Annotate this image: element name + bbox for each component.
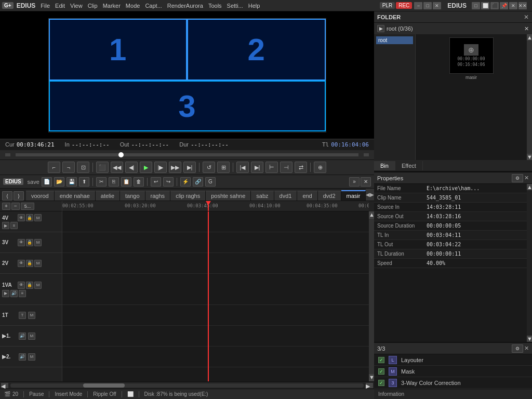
scrub-bar[interactable] bbox=[16, 153, 358, 156]
track-4v-eye[interactable]: 👁 bbox=[18, 214, 25, 221]
group-btn[interactable]: G bbox=[205, 177, 216, 187]
prev-frame-button[interactable]: ◀| bbox=[125, 162, 138, 173]
media-tab-effect[interactable]: Effect bbox=[395, 161, 423, 170]
menu-edit[interactable]: Edit bbox=[55, 3, 65, 9]
media-tree-expand[interactable]: ▶ bbox=[377, 25, 384, 32]
second-close2[interactable]: ✕✕ bbox=[518, 2, 527, 9]
paste-btn[interactable]: 📋 bbox=[121, 177, 131, 187]
tab-voorod[interactable]: voorod bbox=[26, 191, 55, 201]
out-button[interactable]: ▶| bbox=[251, 162, 263, 173]
track-4v-vol[interactable]: ≡ bbox=[10, 222, 18, 229]
track-a1-mute[interactable]: M bbox=[28, 332, 35, 340]
menu-settings[interactable]: Setti... bbox=[227, 3, 243, 9]
sync-button[interactable]: ⊕ bbox=[314, 162, 326, 173]
tab-dvd1[interactable]: dvd1 bbox=[274, 191, 298, 201]
scrub-right-btn[interactable] bbox=[364, 153, 369, 156]
media-panel-close[interactable]: ✕ bbox=[524, 14, 529, 21]
timeline-close-btn[interactable]: ✕ bbox=[361, 177, 371, 187]
effect-mask-checkbox[interactable]: ✓ bbox=[378, 368, 384, 375]
track-3v-lock[interactable]: 🔒 bbox=[26, 239, 33, 246]
track-4v-mute[interactable]: M bbox=[34, 214, 42, 221]
track-1va-eye[interactable]: 👁 bbox=[18, 282, 25, 289]
mark-clip-button[interactable]: ⊡ bbox=[77, 162, 89, 173]
menu-render[interactable]: RenderAurora bbox=[167, 3, 203, 9]
new-project-btn[interactable]: 📄 bbox=[42, 177, 52, 187]
track-3v-eye[interactable]: 👁 bbox=[18, 239, 25, 246]
tab-atelie[interactable]: atelie bbox=[96, 191, 120, 201]
maximize-button[interactable]: □ bbox=[423, 2, 432, 9]
export-btn[interactable]: ⬆ bbox=[79, 177, 89, 187]
h-scroll-left[interactable]: ◀ bbox=[1, 383, 8, 388]
clip-out-button[interactable]: ⊣ bbox=[280, 162, 292, 173]
media-root-close[interactable]: ✕ bbox=[524, 25, 529, 32]
undo-btn[interactable]: ↩ bbox=[151, 177, 161, 187]
props-scroll-up[interactable]: ▲ bbox=[527, 184, 532, 190]
rewind-button[interactable]: ◀◀ bbox=[111, 162, 123, 173]
ruler-zoom-level[interactable]: 5... bbox=[21, 203, 34, 210]
fast-fwd-end-button[interactable]: ▶| bbox=[183, 162, 196, 173]
delete-btn[interactable]: 🗑 bbox=[134, 177, 144, 187]
tab-arrow-right[interactable]: ⟩ bbox=[14, 191, 24, 201]
props-scroll-down[interactable]: ▼ bbox=[527, 336, 532, 342]
scrub-thumb[interactable] bbox=[118, 152, 124, 157]
tab-nav-next[interactable]: ▶ bbox=[370, 189, 374, 201]
next-frame-button[interactable]: |▶ bbox=[154, 162, 167, 173]
menu-capt[interactable]: Capt... bbox=[145, 3, 162, 9]
open-btn[interactable]: 📂 bbox=[54, 177, 64, 187]
razor-btn[interactable]: ⚡ bbox=[180, 177, 191, 187]
second-close[interactable]: ✕ bbox=[509, 2, 517, 9]
track-1va-expand[interactable]: ▶ bbox=[2, 290, 9, 297]
more-btn[interactable]: » bbox=[349, 177, 360, 187]
track-2v-eye[interactable]: 👁 bbox=[18, 260, 25, 267]
mark-in-button[interactable]: ⌐ bbox=[48, 162, 60, 173]
tab-sabz[interactable]: sabz bbox=[251, 191, 274, 201]
ruler-zoom-out[interactable]: − bbox=[11, 203, 20, 210]
track-3v-mute[interactable]: M bbox=[34, 239, 42, 246]
props-close-btn[interactable]: ✕ bbox=[524, 175, 529, 181]
menu-view[interactable]: View bbox=[70, 3, 83, 9]
tab-nav-prev[interactable]: ◀ bbox=[366, 189, 370, 201]
media-tree-root[interactable]: root bbox=[376, 36, 413, 44]
track-1va-vol[interactable]: 🔊 bbox=[10, 290, 18, 297]
match-frame-button[interactable]: ⇄ bbox=[295, 162, 307, 173]
link-btn[interactable]: 🔗 bbox=[193, 177, 203, 187]
second-maximize[interactable]: ⬛ bbox=[490, 2, 499, 9]
mark-out-button[interactable]: ¬ bbox=[62, 162, 75, 173]
effect-close-btn[interactable]: ✕ bbox=[524, 345, 529, 352]
media-tab-bin[interactable]: Bin bbox=[374, 161, 395, 170]
in-button[interactable]: |◀ bbox=[236, 162, 249, 173]
tab-clip-raghs[interactable]: clip raghs bbox=[170, 191, 206, 201]
media-scroll-up[interactable]: ▲ bbox=[527, 34, 532, 41]
track-a2-vol[interactable]: 🔊 bbox=[19, 353, 26, 361]
scrub-left-btn[interactable] bbox=[5, 153, 10, 156]
tab-raghs[interactable]: raghs bbox=[145, 191, 171, 201]
track-1va-pan[interactable]: ≡ bbox=[19, 290, 26, 297]
track-1t-mute[interactable]: M bbox=[28, 312, 35, 319]
copy-btn[interactable]: ⎘ bbox=[109, 177, 119, 187]
menu-tools[interactable]: Tools bbox=[208, 3, 222, 9]
track-1va-lock[interactable]: 🔒 bbox=[26, 282, 33, 289]
loop-button[interactable]: ↺ bbox=[203, 162, 215, 173]
effect-layouter-checkbox[interactable]: ✓ bbox=[378, 357, 384, 363]
track-2v-lock[interactable]: 🔒 bbox=[26, 260, 33, 267]
tab-poshte-sahne[interactable]: poshte sahne bbox=[206, 191, 251, 201]
track-a2-mute[interactable]: M bbox=[28, 353, 35, 361]
tab-arrow-left[interactable]: ⟨ bbox=[2, 191, 12, 201]
menu-help[interactable]: Help bbox=[248, 3, 260, 9]
play-button[interactable]: ▶ bbox=[140, 162, 152, 173]
second-pin[interactable]: 📌 bbox=[500, 2, 508, 9]
safe-area-button[interactable]: ⊞ bbox=[217, 162, 230, 173]
save-btn[interactable]: 💾 bbox=[66, 177, 77, 187]
props-settings-btn[interactable]: ⚙ bbox=[512, 174, 523, 182]
tab-ende-nahae[interactable]: ende nahae bbox=[55, 191, 96, 201]
second-minimize[interactable]: □ bbox=[472, 2, 480, 9]
second-restore[interactable]: ⬜ bbox=[481, 2, 489, 9]
tab-dvd2[interactable]: dvd2 bbox=[318, 191, 341, 201]
menu-clip[interactable]: Clip bbox=[88, 3, 98, 9]
media-scroll-down[interactable]: ▼ bbox=[527, 154, 532, 160]
effect-color-checkbox[interactable]: ✓ bbox=[378, 380, 384, 386]
h-scroll-right[interactable]: ▶ bbox=[366, 383, 373, 388]
track-a1-vol[interactable]: 🔊 bbox=[19, 332, 26, 340]
track-1t-eye[interactable]: T bbox=[19, 312, 26, 319]
tracks-scroll-up[interactable]: ▲ bbox=[369, 211, 374, 219]
